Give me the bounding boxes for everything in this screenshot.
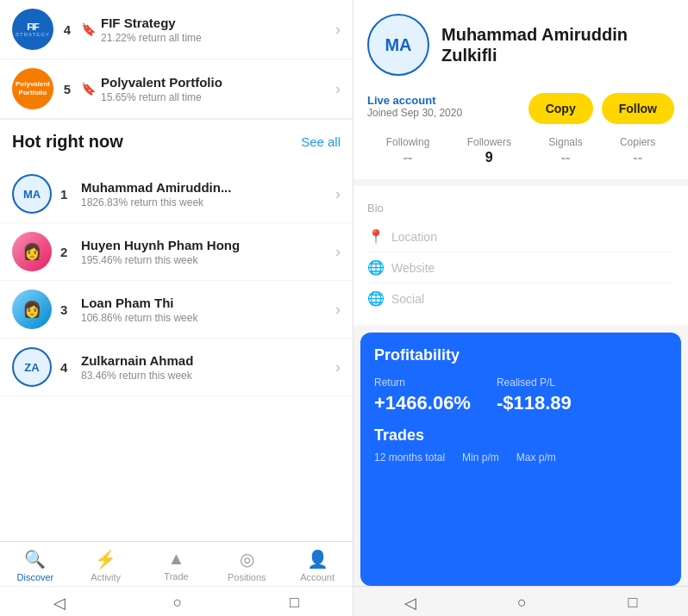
hot-return-3: 106.86% return this week (81, 312, 328, 324)
chevron-icon-4: › (335, 21, 341, 39)
trades-period-label: 12 months total (374, 451, 445, 464)
nav-activity[interactable]: ⚡ Activity (71, 549, 141, 582)
hot-item-4[interactable]: ZA 4 Zulkarnain Ahmad 83.46% return this… (0, 339, 353, 396)
followers-label: Followers (467, 136, 511, 148)
nav-account[interactable]: 👤 Account (282, 549, 353, 582)
hot-name-1: Muhammad Amiruddin... (81, 180, 328, 195)
hot-name-3: Loan Pham Thi (81, 296, 328, 310)
chevron-icon-h4: › (335, 358, 341, 376)
hot-name-4: Zulkarnain Ahmad (81, 353, 328, 368)
pl-label: Realised P/L (497, 376, 572, 389)
right-panel: MA Muhammad Amiruddin Zulkifli Live acco… (353, 0, 688, 616)
strategy-item-5[interactable]: PolyvalentPortfolio 5 🔖 Polyvalent Portf… (0, 59, 353, 119)
trades-row: 12 months total Min p/m Max p/m (374, 451, 667, 464)
profile-top: MA Muhammad Amiruddin Zulkifli (367, 14, 674, 76)
hot-item-1[interactable]: MA 1 Muhammad Amiruddin... 1826.83% retu… (0, 165, 353, 223)
hot-return-2: 195.46% return this week (81, 254, 328, 266)
home-btn[interactable]: ○ (173, 594, 183, 613)
hot-avatar-2: 👩 (12, 232, 52, 271)
back-btn[interactable]: ◁ (53, 594, 66, 613)
max-col: Max p/m (516, 451, 556, 464)
location-icon: 📍 (367, 228, 385, 245)
hot-return-4: 83.46% return this week (81, 370, 328, 382)
stats-row: Following -- Followers 9 Signals -- Copi… (367, 128, 674, 169)
location-label: Location (391, 230, 437, 244)
right-home-btn[interactable]: ○ (517, 594, 527, 613)
followers-value: 9 (467, 150, 511, 165)
nav-positions-label: Positions (228, 572, 266, 582)
hot-info-4: Zulkarnain Ahmad 83.46% return this week (81, 353, 328, 382)
min-col: Min p/m (462, 451, 499, 464)
return-col: Return +1466.06% (374, 376, 471, 414)
hot-rank-1: 1 (60, 187, 72, 202)
hot-avatar-1: MA (12, 174, 52, 214)
strategy-info-5: Polyvalent Portfolio 15.65% return all t… (101, 75, 328, 103)
hot-name-2: Huyen Huynh Pham Hong (81, 238, 328, 252)
right-system-nav: ◁ ○ □ (353, 586, 688, 616)
website-row: 🌐 Website (367, 252, 674, 283)
hot-item-3[interactable]: 👩 3 Loan Pham Thi 106.86% return this we… (0, 281, 353, 339)
profitability-title: Profitability (374, 346, 667, 364)
see-all-button[interactable]: See all (301, 134, 341, 149)
hot-rank-3: 3 (60, 302, 72, 317)
live-account-label: Live account (367, 94, 529, 107)
strategy-rank-4: 4 (60, 22, 74, 37)
hot-avatar-emoji-3: 👩 (22, 300, 41, 319)
recents-btn[interactable]: □ (290, 594, 299, 613)
bookmark-icon-4: 🔖 (81, 22, 96, 36)
account-icon: 👤 (307, 549, 328, 569)
strategy-name-4: FIF Strategy (101, 16, 328, 30)
hot-avatar-4: ZA (12, 347, 52, 387)
copy-button[interactable]: Copy (529, 93, 593, 124)
chevron-icon-5: › (335, 80, 341, 98)
positions-icon: ◎ (240, 549, 254, 569)
pl-col: Realised P/L -$118.89 (497, 376, 572, 414)
hot-header: Hot right now See all (12, 132, 341, 152)
strategy-item-4[interactable]: FIF STRATEGY 4 🔖 FIF Strategy 21.22% ret… (0, 0, 353, 59)
nav-discover[interactable]: 🔍 Discover (0, 549, 71, 582)
stat-copiers: Copiers -- (620, 136, 655, 165)
nav-account-label: Account (300, 572, 335, 582)
discover-icon: 🔍 (24, 549, 46, 569)
profile-header: MA Muhammad Amiruddin Zulkifli Live acco… (353, 0, 688, 179)
strategy-return-5: 15.65% return all time (101, 91, 328, 103)
stat-following: Following -- (386, 136, 430, 165)
location-row: 📍 Location (367, 221, 674, 252)
strategy-return-4: 21.22% return all time (101, 32, 328, 44)
pl-value: -$118.89 (497, 392, 572, 414)
chevron-icon-h1: › (335, 185, 341, 203)
hot-list: MA 1 Muhammad Amiruddin... 1826.83% retu… (0, 165, 353, 541)
website-icon: 🌐 (367, 259, 385, 276)
nav-positions[interactable]: ◎ Positions (211, 549, 282, 582)
max-label: Max p/m (516, 451, 556, 464)
profile-actions: Copy Follow (529, 93, 674, 124)
right-back-btn[interactable]: ◁ (404, 594, 416, 613)
signals-label: Signals (548, 136, 582, 148)
profile-details: Bio 📍 Location 🌐 Website 🌐 Social (353, 186, 688, 326)
following-value: -- (386, 150, 430, 165)
bottom-nav: 🔍 Discover ⚡ Activity ▲ Trade ◎ Position… (0, 541, 353, 586)
social-row: 🌐 Social (367, 283, 674, 314)
nav-trade[interactable]: ▲ Trade (141, 549, 212, 582)
social-icon: 🌐 (367, 290, 385, 307)
hot-info-1: Muhammad Amiruddin... 1826.83% return th… (81, 180, 328, 208)
chevron-icon-h3: › (335, 301, 341, 319)
hot-avatar-3: 👩 (12, 289, 52, 329)
profile-initials: MA (385, 35, 411, 55)
strategies-list: FIF STRATEGY 4 🔖 FIF Strategy 21.22% ret… (0, 0, 353, 120)
profitability-row: Return +1466.06% Realised P/L -$118.89 (374, 376, 667, 414)
trades-title: Trades (374, 426, 667, 445)
hot-return-1: 1826.83% return this week (81, 196, 328, 208)
stat-followers: Followers 9 (467, 136, 511, 165)
hot-item-2[interactable]: 👩 2 Huyen Huynh Pham Hong 195.46% return… (0, 223, 353, 281)
right-recents-btn[interactable]: □ (628, 594, 637, 613)
nav-activity-label: Activity (91, 572, 121, 582)
bookmark-icon-5: 🔖 (81, 82, 96, 96)
follow-button[interactable]: Follow (602, 93, 674, 124)
hot-title: Hot right now (12, 132, 123, 152)
nav-trade-label: Trade (164, 571, 188, 582)
nav-discover-label: Discover (17, 572, 54, 582)
profile-name: Muhammad Amiruddin Zulkifli (441, 24, 674, 65)
poly-logo-avatar: PolyvalentPortfolio (12, 68, 53, 109)
signals-value: -- (548, 150, 582, 165)
